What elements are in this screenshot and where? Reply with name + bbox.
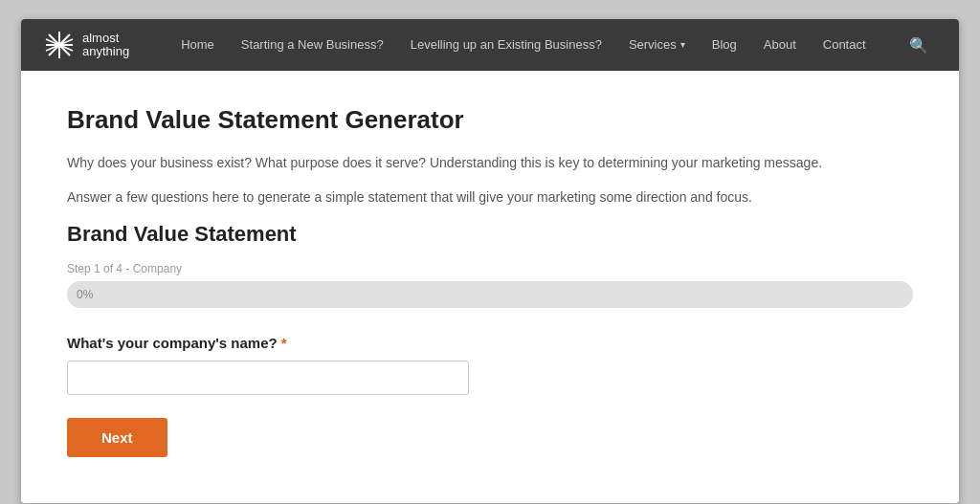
intro-para-1: Why does your business exist? What purpo…	[67, 152, 913, 173]
progress-label: 0%	[77, 288, 93, 301]
search-icon[interactable]: 🔍	[902, 36, 936, 55]
main-content: Brand Value Statement Generator Why does…	[21, 71, 959, 503]
logo: almost anything	[44, 30, 129, 60]
logo-text: almost anything	[82, 32, 129, 59]
navbar-nav: Home Starting a New Business? Levelling …	[167, 19, 902, 71]
page-title: Brand Value Statement Generator	[67, 105, 913, 135]
intro-para-2: Answer a few questions here to generate …	[67, 186, 913, 208]
nav-item-blog[interactable]: Blog	[699, 19, 750, 71]
nav-item-new-business[interactable]: Starting a New Business?	[228, 19, 397, 71]
nav-item-services[interactable]: Services ▾	[615, 19, 699, 71]
navbar: almost anything Home Starting a New Busi…	[21, 19, 959, 71]
nav-item-home[interactable]: Home	[167, 19, 228, 71]
next-button[interactable]: Next	[67, 418, 167, 457]
nav-item-existing-business[interactable]: Levelling up an Existing Business?	[397, 19, 615, 71]
required-star: *	[281, 335, 287, 351]
company-name-input[interactable]	[67, 361, 469, 395]
nav-item-contact[interactable]: Contact	[810, 19, 880, 71]
nav-item-about[interactable]: About	[750, 19, 810, 71]
progress-bar-container: 0%	[67, 281, 913, 308]
chevron-down-icon: ▾	[680, 19, 685, 71]
page-wrapper: almost anything Home Starting a New Busi…	[21, 19, 959, 503]
section-title: Brand Value Statement	[67, 222, 913, 247]
logo-icon	[44, 30, 75, 60]
question-label: What's your company's name? *	[67, 335, 913, 351]
step-label: Step 1 of 4 - Company	[67, 262, 913, 275]
